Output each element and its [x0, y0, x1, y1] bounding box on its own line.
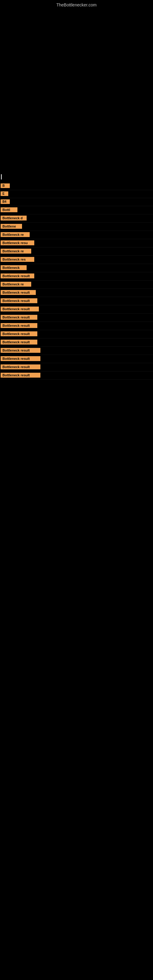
cursor-indicator: |: [0, 171, 153, 182]
bottleneck-result-label: Bottleneck result: [1, 315, 37, 320]
bottleneck-result-label: Bottleneck result: [1, 340, 37, 345]
bottleneck-result-label: B4: [1, 199, 10, 204]
results-container: | BEB4BottlBottleneck dBottleneBottlenec…: [0, 171, 153, 386]
bottleneck-result-label: Bottlene: [1, 224, 22, 229]
list-item: E: [0, 190, 153, 198]
list-item: Bottleneck result: [0, 371, 153, 380]
list-item: Bottleneck re: [0, 247, 153, 256]
list-item: Bottleneck res: [0, 256, 153, 264]
bottleneck-result-label: Bottleneck: [1, 265, 27, 270]
bottleneck-result-label: Bottleneck re: [1, 282, 31, 286]
bottleneck-result-label: Bottleneck re: [1, 249, 31, 254]
bottleneck-result-label: Bottleneck result: [1, 364, 40, 369]
list-item: Bottleneck result: [0, 363, 153, 371]
main-chart-area: [0, 9, 153, 171]
list-item: Bottleneck result: [0, 339, 153, 347]
list-item: Bottleneck result: [0, 305, 153, 313]
list-item: Bottleneck d: [0, 215, 153, 223]
bottleneck-result-label: Bottleneck result: [1, 290, 36, 295]
bottleneck-result-label: E: [1, 191, 8, 196]
list-item: Bottleneck re: [0, 280, 153, 289]
bottleneck-result-label: Bottleneck result: [1, 323, 37, 328]
list-item: Bottleneck: [0, 264, 153, 272]
site-header: TheBottlenecker.com: [0, 0, 153, 9]
list-item: Bottleneck result: [0, 322, 153, 330]
bottleneck-result-label: Bottleneck result: [1, 373, 40, 378]
list-item: Bottlene: [0, 223, 153, 231]
list-item: Bottleneck result: [0, 297, 153, 305]
site-title: TheBottlenecker.com: [0, 0, 153, 9]
list-item: Bottleneck result: [0, 313, 153, 322]
list-item: Bottleneck result: [0, 289, 153, 297]
bottleneck-result-label: Bottleneck d: [1, 216, 27, 221]
list-item: B: [0, 182, 153, 190]
list-item: Bottleneck result: [0, 347, 153, 355]
bottleneck-result-label: Bottleneck result: [1, 331, 37, 336]
list-item: B4: [0, 198, 153, 206]
bottleneck-result-label: Bottleneck result: [1, 307, 39, 312]
list-item: Bottleneck re: [0, 231, 153, 239]
bottleneck-result-label: Bottleneck result: [1, 348, 40, 353]
list-item: Bottleneck result: [0, 355, 153, 363]
bottleneck-result-label: Bottleneck re: [1, 232, 30, 237]
list-item: Bottleneck resu: [0, 239, 153, 247]
list-item: Bottl: [0, 206, 153, 215]
list-item: Bottleneck result: [0, 330, 153, 339]
bottleneck-result-label: Bottleneck resu: [1, 240, 34, 245]
bottleneck-result-label: B: [1, 183, 10, 188]
list-item: Bottleneck result: [0, 272, 153, 280]
bottleneck-result-label: Bottleneck result: [1, 356, 40, 361]
bottleneck-result-label: Bottleneck result: [1, 274, 34, 278]
bottleneck-result-label: Bottleneck res: [1, 257, 34, 262]
bottleneck-result-label: Bottl: [1, 207, 18, 212]
bottleneck-result-label: Bottleneck result: [1, 298, 37, 303]
